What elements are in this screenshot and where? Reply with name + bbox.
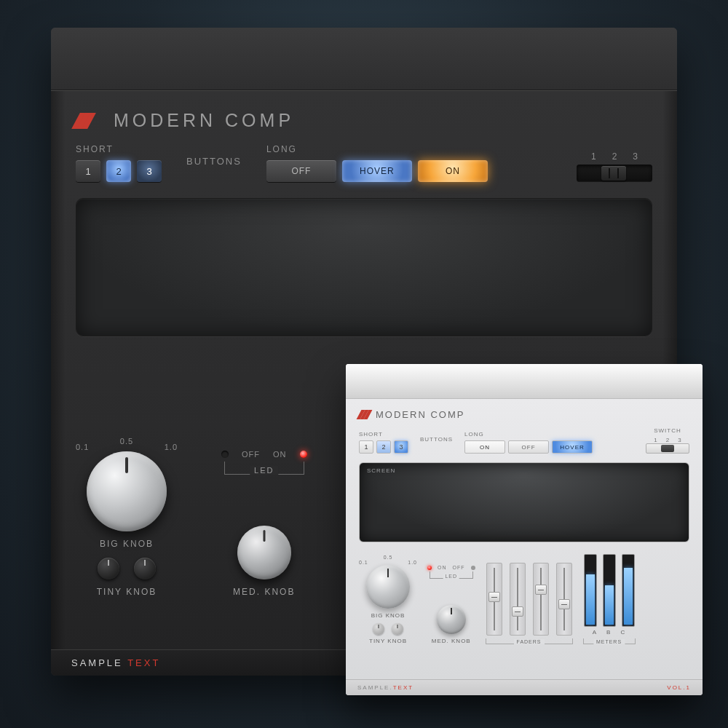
meter-c [622, 554, 635, 627]
light-led-off-label: OFF [453, 565, 465, 570]
long-button-hover[interactable]: HOVER [342, 160, 412, 182]
light-unit-panel: MODERN COMP SHORT 1 2 3 BUTTONS LONG ON … [346, 364, 703, 695]
light-short-button-1[interactable]: 1 [359, 440, 373, 454]
fader-1[interactable] [486, 563, 502, 636]
medium-knob[interactable] [237, 526, 291, 579]
light-short-group: SHORT 1 2 3 [359, 431, 408, 454]
light-big-tick-max: 1.0 [408, 560, 417, 565]
big-knob[interactable] [87, 451, 167, 531]
light-long-button-off[interactable]: OFF [508, 440, 549, 454]
light-big-tick-min: 0.1 [359, 560, 368, 565]
light-short-button-3[interactable]: 3 [394, 440, 408, 454]
buttons-label: BUTTONS [186, 156, 242, 167]
light-meters-col: A B C METERS [583, 554, 636, 644]
light-top-band [346, 364, 703, 399]
short-button-1[interactable]: 1 [76, 160, 100, 182]
light-led-off-icon [471, 566, 475, 570]
meter-label-a: A [593, 629, 597, 636]
faders-label: FADERS [513, 639, 544, 644]
led-off-label: OFF [242, 450, 260, 459]
light-led-label: LED [443, 574, 459, 579]
light-title: MODERN COMP [376, 409, 464, 420]
light-big-knob[interactable] [366, 565, 410, 609]
big-knob-column: 0.1 0.5 1.0 BIG KNOB TINY KNOB [76, 438, 178, 597]
meter-a [584, 554, 597, 627]
light-faders-col: FADERS [486, 563, 573, 644]
light-screen: SCREEN [359, 462, 689, 542]
light-tiny-knob-1[interactable] [373, 623, 384, 635]
light-long-label: LONG [464, 431, 593, 438]
dark-title: MODERN COMP [114, 110, 294, 131]
led-on-icon [300, 451, 307, 458]
meters-label: METERS [593, 639, 625, 644]
light-led-med-col: ON OFF LED MED. KNOB [427, 565, 475, 644]
footer-text-a: SAMPLE [71, 657, 127, 668]
light-switch-group: SWITCH 1 2 3 [646, 427, 689, 454]
light-switch-tick-3: 3 [678, 437, 681, 443]
long-label: LONG [266, 144, 488, 154]
long-buttons-group: LONG OFF HOVER ON [266, 144, 488, 182]
light-led-on-icon [427, 566, 432, 570]
light-screen-label: SCREEN [367, 467, 395, 474]
meter-label-c: C [620, 629, 625, 636]
dark-screen [76, 198, 652, 336]
light-title-row: MODERN COMP [359, 409, 689, 420]
switch-group: 1 2 3 [577, 151, 652, 182]
light-switch-label: SWITCH [654, 427, 681, 434]
led-off-icon [221, 451, 229, 458]
short-button-3[interactable]: 3 [137, 160, 162, 182]
light-tiny-knob-label: TINY KNOB [369, 638, 407, 644]
light-footer-b: TEXT [393, 684, 414, 691]
short-buttons-group: SHORT 1 2 3 [76, 144, 162, 182]
slash-logo-icon [359, 410, 370, 419]
light-medium-knob-label: MED. KNOB [432, 638, 471, 644]
switch-tick-3: 3 [633, 151, 638, 162]
switch-tick-1: 1 [591, 151, 596, 162]
meter-b [603, 554, 616, 627]
switch-tick-2: 2 [612, 151, 617, 162]
big-knob-label: BIG KNOB [100, 539, 154, 549]
big-knob-tick-max: 1.0 [165, 443, 178, 451]
long-button-on[interactable]: ON [418, 160, 488, 182]
light-three-way-switch[interactable] [646, 443, 689, 454]
big-knob-tick-mid: 0.5 [120, 437, 133, 446]
tiny-knob-2[interactable] [134, 558, 156, 579]
short-button-2[interactable]: 2 [106, 160, 131, 182]
light-big-knob-label: BIG KNOB [371, 612, 405, 619]
light-switch-tick-1: 1 [654, 437, 657, 443]
light-long-button-on[interactable]: ON [464, 440, 505, 454]
light-footer-vol: VOL.1 [667, 684, 691, 691]
dark-top-band [51, 28, 677, 90]
light-big-tick-mid: 0.5 [384, 555, 393, 560]
light-footer-a: SAMPLE. [357, 684, 393, 691]
tiny-knob-label: TINY KNOB [97, 587, 157, 597]
led-on-label: ON [273, 450, 287, 459]
light-switch-tick-2: 2 [666, 437, 669, 443]
meter-label-b: B [606, 629, 611, 636]
dark-title-row: MODERN COMP [76, 110, 652, 131]
light-long-button-hover[interactable]: HOVER [552, 440, 593, 454]
light-footer: SAMPLE.TEXT VOL.1 [346, 679, 703, 695]
led-med-column: OFF ON LED MED. KNOB [221, 450, 307, 597]
slash-logo-icon [76, 113, 105, 129]
long-button-off[interactable]: OFF [266, 160, 336, 182]
fader-4[interactable] [556, 563, 572, 636]
light-short-label: SHORT [359, 431, 408, 438]
led-block: OFF ON LED [221, 450, 307, 475]
light-medium-knob[interactable] [437, 605, 466, 634]
big-knob-tick-min: 0.1 [76, 443, 89, 451]
fader-3[interactable] [533, 563, 549, 636]
light-led-on-label: ON [438, 565, 447, 570]
light-tiny-knob-2[interactable] [392, 623, 403, 635]
medium-knob-label: MED. KNOB [233, 587, 295, 597]
switch-handle [601, 166, 626, 181]
light-long-group: LONG ON OFF HOVER [464, 431, 593, 454]
three-way-switch[interactable] [577, 165, 652, 182]
tiny-knob-1[interactable] [98, 558, 119, 579]
fader-2[interactable] [510, 563, 526, 636]
light-buttons-label: BUTTONS [420, 436, 453, 443]
light-switch-handle [661, 445, 674, 452]
light-big-knob-col: 0.1 0.5 1.0 BIG KNOB TINY KNOB [359, 556, 417, 644]
light-short-button-2[interactable]: 2 [376, 440, 391, 454]
led-label: LED [250, 466, 278, 475]
